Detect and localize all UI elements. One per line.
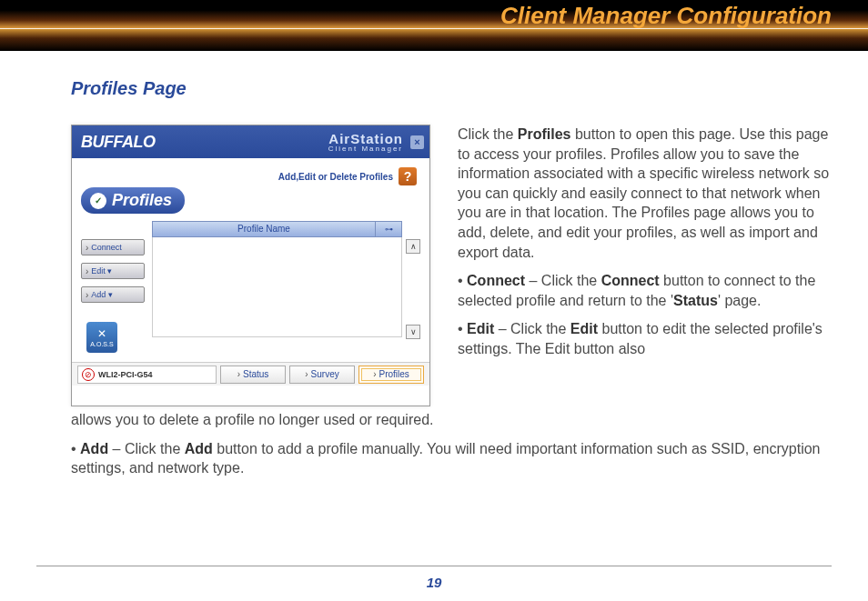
bottom-bar: ⊘ WLI2-PCI-G54 Status Survey Profiles	[72, 362, 429, 386]
adapter-name: WLI2-PCI-G54	[98, 370, 153, 379]
header-bar: Client Manager Configuration	[0, 0, 868, 51]
client-manager-label: Client Manager	[328, 145, 403, 153]
app-screenshot: BUFFALO AirStation Client Manager × Add,…	[71, 125, 430, 406]
section-title: Profiles Page	[71, 78, 832, 99]
tab-profiles[interactable]: Profiles	[358, 366, 424, 384]
check-icon: ✓	[90, 193, 106, 209]
sub-brand: AirStation Client Manager ×	[328, 132, 424, 153]
tab-survey[interactable]: Survey	[289, 366, 355, 384]
scroll-up-icon[interactable]: ∧	[406, 239, 420, 254]
continuation-text: allows you to delete a profile no longer…	[71, 410, 832, 478]
description-text: Click the Profiles button to open this p…	[458, 125, 832, 359]
col-profile-name: Profile Name	[153, 222, 376, 236]
page-number: 19	[0, 575, 868, 590]
edit-button[interactable]: Edit ▾	[81, 263, 145, 279]
profiles-pill-label: Profiles	[112, 191, 172, 210]
app-titlebar: BUFFALO AirStation Client Manager ×	[72, 125, 429, 158]
brand-logo: BUFFALO	[81, 133, 156, 152]
table-header: Profile Name ⊶	[152, 221, 402, 237]
scroll-down-icon[interactable]: ∨	[406, 325, 420, 339]
profile-list[interactable]	[152, 237, 402, 337]
close-icon[interactable]: ×	[410, 135, 424, 149]
profiles-pill: ✓ Profiles	[81, 187, 185, 214]
adapter-display[interactable]: ⊘ WLI2-PCI-G54	[77, 366, 217, 384]
help-icon[interactable]: ?	[399, 167, 417, 185]
connect-button[interactable]: Connect	[81, 239, 145, 255]
add-button[interactable]: Add ▾	[81, 286, 145, 303]
content-area: Profiles Page BUFFALO AirStation Client …	[0, 51, 868, 478]
tab-status[interactable]: Status	[220, 366, 286, 384]
aoss-icon[interactable]: ✕ A.O.S.S	[86, 322, 117, 353]
footer-rule	[36, 566, 832, 566]
adapter-status-icon: ⊘	[82, 368, 95, 381]
airstation-label: AirStation	[328, 132, 403, 145]
col-lock-icon: ⊶	[376, 222, 401, 236]
panel-subtitle: Add,Edit or Delete Profiles	[278, 172, 393, 182]
header-title: Client Manager Configuration	[500, 2, 832, 30]
